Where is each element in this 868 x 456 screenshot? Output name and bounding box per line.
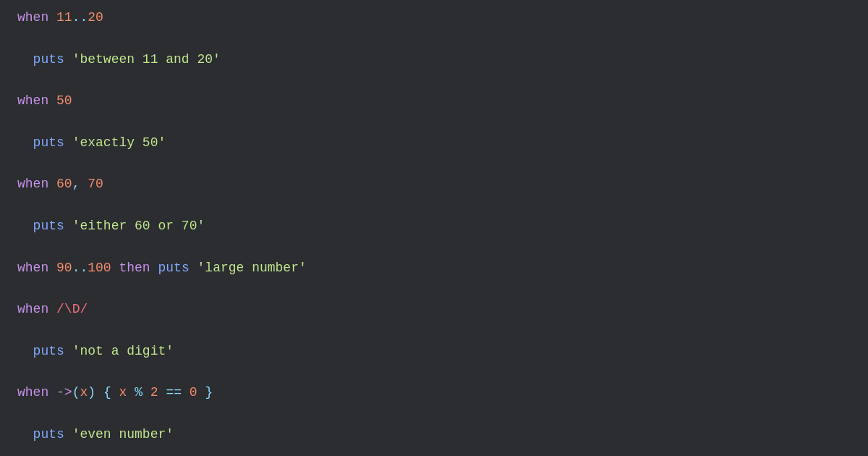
token-var: x bbox=[80, 385, 88, 400]
token-num: 0 bbox=[190, 385, 197, 400]
token-plain bbox=[197, 385, 205, 400]
token-plain bbox=[17, 427, 33, 442]
token-plain bbox=[150, 261, 158, 275]
token-lambda: -> bbox=[56, 385, 72, 400]
token-op: .. bbox=[72, 10, 88, 25]
line-blank-5 bbox=[17, 195, 851, 216]
line-puts-either: puts 'either 60 or 70' bbox=[17, 216, 851, 237]
token-punct: ) bbox=[88, 385, 95, 400]
token-plain bbox=[182, 385, 190, 400]
token-plain bbox=[95, 385, 103, 400]
token-plain bbox=[64, 344, 72, 358]
token-plain bbox=[64, 52, 72, 67]
token-op: .. bbox=[72, 261, 88, 275]
token-plain bbox=[127, 385, 135, 400]
token-kw-when: when bbox=[17, 10, 48, 25]
token-kw-then: then bbox=[119, 261, 150, 275]
line-blank-6 bbox=[17, 237, 851, 258]
token-plain bbox=[48, 302, 56, 316]
token-op: % bbox=[135, 385, 142, 400]
token-plain bbox=[111, 261, 119, 275]
token-plain bbox=[17, 135, 33, 150]
line-blank-11 bbox=[17, 445, 851, 456]
code-block: when 11..20 puts 'between 11 and 20' whe… bbox=[0, 0, 868, 456]
token-kw-when: when bbox=[17, 302, 48, 316]
line-when-regex: when /\D/ bbox=[17, 299, 851, 320]
line-blank-7 bbox=[17, 278, 851, 299]
line-puts-between: puts 'between 11 and 20' bbox=[17, 49, 851, 70]
token-plain bbox=[64, 219, 72, 233]
token-punct: ( bbox=[72, 385, 80, 400]
token-plain bbox=[64, 135, 72, 150]
token-punct: { bbox=[103, 385, 111, 400]
token-plain bbox=[48, 10, 56, 25]
token-kw-puts: puts bbox=[33, 344, 64, 358]
token-plain bbox=[80, 177, 88, 191]
line-puts-even: puts 'even number' bbox=[17, 424, 851, 445]
line-when-60-70: when 60, 70 bbox=[17, 174, 851, 195]
token-kw-puts: puts bbox=[33, 52, 64, 67]
token-str: 'not a digit' bbox=[72, 344, 174, 358]
token-str: 'exactly 50' bbox=[72, 135, 166, 150]
token-punct: } bbox=[205, 385, 213, 400]
token-num: 100 bbox=[88, 261, 111, 275]
token-num: 90 bbox=[56, 261, 72, 275]
token-plain bbox=[64, 427, 72, 442]
line-blank-4 bbox=[17, 153, 851, 174]
token-kw-puts: puts bbox=[33, 427, 64, 442]
token-kw-when: when bbox=[17, 261, 48, 275]
token-kw-when: when bbox=[17, 177, 48, 191]
token-kw-when: when bbox=[17, 93, 48, 108]
token-kw-when: when bbox=[17, 385, 48, 400]
line-when-50: when 50 bbox=[17, 90, 851, 111]
token-kw-puts: puts bbox=[33, 135, 64, 150]
token-str: 'even number' bbox=[72, 427, 174, 442]
line-blank-1 bbox=[17, 28, 851, 49]
token-num: 60 bbox=[56, 177, 72, 191]
token-punct: , bbox=[72, 177, 80, 191]
token-regex: /\D/ bbox=[56, 302, 88, 316]
token-str: 'between 11 and 20' bbox=[72, 52, 221, 67]
token-num: 2 bbox=[150, 385, 158, 400]
token-num: 20 bbox=[88, 10, 103, 25]
token-plain bbox=[17, 344, 33, 358]
token-num: 11 bbox=[56, 10, 72, 25]
token-plain bbox=[158, 385, 166, 400]
token-plain bbox=[48, 93, 56, 108]
token-kw-puts: puts bbox=[158, 261, 190, 275]
line-blank-10 bbox=[17, 403, 851, 424]
token-plain bbox=[17, 219, 33, 233]
token-plain bbox=[111, 385, 119, 400]
token-plain bbox=[48, 177, 56, 191]
line-puts-digit: puts 'not a digit' bbox=[17, 341, 851, 362]
line-blank-9 bbox=[17, 362, 851, 383]
line-blank-2 bbox=[17, 69, 851, 90]
token-plain bbox=[142, 385, 150, 400]
token-var: x bbox=[119, 385, 127, 400]
line-puts-exactly: puts 'exactly 50' bbox=[17, 132, 851, 153]
token-str: 'either 60 or 70' bbox=[72, 219, 205, 233]
token-str: 'large number' bbox=[197, 261, 307, 275]
token-plain bbox=[48, 261, 56, 275]
line-when-lambda: when ->(x) { x % 2 == 0 } bbox=[17, 382, 851, 403]
line-blank-3 bbox=[17, 111, 851, 132]
token-num: 70 bbox=[88, 177, 103, 191]
token-plain bbox=[17, 52, 33, 67]
line-when-11-20: when 11..20 bbox=[17, 7, 851, 28]
token-plain bbox=[48, 385, 56, 400]
token-kw-puts: puts bbox=[33, 219, 64, 233]
token-plain bbox=[190, 261, 197, 275]
line-blank-8 bbox=[17, 320, 851, 341]
line-when-90-100: when 90..100 then puts 'large number' bbox=[17, 258, 851, 279]
token-op: == bbox=[166, 385, 182, 400]
token-num: 50 bbox=[56, 93, 72, 108]
